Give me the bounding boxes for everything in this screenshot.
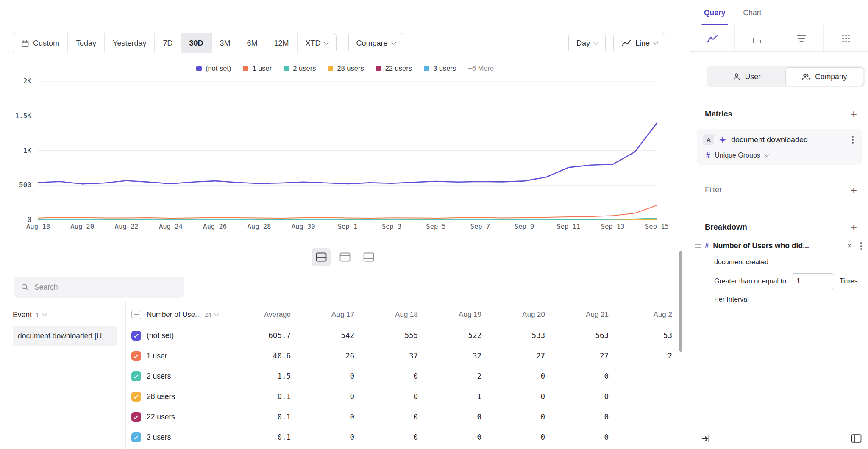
table-row-label[interactable]: 28 users [131, 386, 237, 407]
metric-card[interactable]: A document downloaded # Unique Groups [697, 129, 862, 165]
legend-swatch [243, 66, 248, 71]
event-column-count: 1 [36, 311, 39, 319]
kebab-menu-icon[interactable] [852, 139, 854, 141]
date-header: Aug 20 [487, 304, 551, 325]
series-name: 28 users [147, 392, 175, 401]
table-row-label[interactable]: 2 users [131, 366, 237, 386]
chart-type-bar-tab[interactable] [734, 25, 779, 51]
select-all-checkbox[interactable] [131, 310, 141, 319]
range-30d[interactable]: 30D [181, 33, 211, 53]
search-input[interactable] [34, 283, 178, 292]
line-chart[interactable]: 05001K1.5K2KAug 18Aug 20Aug 22Aug 24Aug … [8, 72, 670, 235]
chart-type-more-tab[interactable] [823, 25, 868, 51]
query-panel: Query Chart User Company [690, 0, 868, 449]
chart-type-button[interactable]: Line [613, 33, 665, 53]
add-filter-button[interactable]: + [851, 186, 857, 194]
legend-item[interactable]: 22 users [376, 64, 412, 72]
table-row-label[interactable]: 22 users [131, 407, 237, 427]
series-checkbox[interactable] [131, 331, 141, 341]
breakdown-event-name[interactable]: document created [714, 258, 865, 266]
svg-text:Aug 20: Aug 20 [70, 223, 94, 230]
table-row-label[interactable]: (not set) [131, 325, 237, 346]
series-column-header[interactable]: Number of Use...24 [131, 304, 237, 325]
cell-value: 555 [360, 325, 424, 346]
panel-tabs: Query Chart [690, 0, 868, 25]
chart-type-funnel-tab[interactable] [779, 25, 823, 51]
range-custom[interactable]: Custom [13, 33, 68, 53]
range-12m[interactable]: 12M [266, 33, 298, 53]
series-checkbox[interactable] [131, 432, 141, 442]
compare-button[interactable]: Compare [348, 33, 403, 53]
granularity-button[interactable]: Day [568, 33, 606, 53]
legend-item[interactable]: 2 users [284, 64, 316, 72]
drag-handle-icon[interactable] [695, 244, 701, 248]
table-row-label[interactable]: 3 users [131, 427, 237, 447]
tab-query[interactable]: Query [700, 0, 730, 25]
event-column-header[interactable]: Event 1 [13, 304, 46, 325]
range-7d[interactable]: 7D [155, 33, 181, 53]
series-checkbox[interactable] [131, 392, 141, 402]
layout-table-button[interactable] [359, 248, 378, 266]
svg-text:1K: 1K [23, 147, 32, 155]
table-row-label[interactable]: 1 user [131, 346, 237, 366]
per-interval-label[interactable]: Per Interval [714, 296, 865, 303]
add-breakdown-button[interactable]: + [851, 223, 857, 231]
toggle-user[interactable]: User [708, 67, 785, 86]
svg-text:500: 500 [19, 181, 31, 189]
layout-toggle-group [305, 248, 385, 266]
add-metric-button[interactable]: + [851, 110, 857, 118]
check-icon [134, 434, 139, 439]
close-icon[interactable]: × [847, 241, 852, 251]
vertical-scrollbar[interactable] [679, 251, 682, 352]
user-icon [732, 72, 741, 81]
tab-query-label: Query [704, 8, 726, 17]
column-divider [125, 302, 126, 449]
cell-value: 2 [615, 346, 678, 366]
range-label: Today [76, 39, 96, 48]
series-checkbox[interactable] [131, 371, 141, 381]
legend-item[interactable]: 28 users [328, 64, 364, 72]
svg-text:Aug 30: Aug 30 [292, 223, 315, 230]
event-cell[interactable]: document downloaded [U... [13, 326, 117, 346]
users-icon [801, 72, 811, 81]
legend-swatch [284, 66, 289, 71]
kebab-menu-icon[interactable] [860, 245, 862, 247]
legend-item[interactable]: 3 users [424, 64, 456, 72]
range-6m[interactable]: 6M [239, 33, 266, 53]
times-input[interactable] [792, 273, 834, 289]
breakdown-title[interactable]: Number of Users who did... [713, 241, 843, 250]
collapse-panel-button[interactable] [701, 435, 711, 445]
layout-chart-button[interactable] [336, 248, 354, 266]
cell-value: 0 [551, 366, 615, 386]
cell-value: 0 [297, 427, 360, 447]
series-checkbox[interactable] [131, 412, 141, 422]
legend-item[interactable]: 1 user [243, 64, 272, 72]
metric-event-name[interactable]: document downloaded [731, 136, 845, 144]
tab-chart[interactable]: Chart [739, 0, 766, 25]
chart-type-line-tab[interactable] [690, 25, 734, 51]
cell-value: 0 [551, 427, 615, 447]
range-3m[interactable]: 3M [212, 33, 239, 53]
series-name: 2 users [147, 372, 171, 381]
metric-row: A document downloaded [703, 134, 856, 145]
legend-label: (not set) [206, 64, 231, 72]
toggle-sidebar-button[interactable] [849, 432, 863, 445]
range-today[interactable]: Today [68, 33, 105, 53]
legend-more-link[interactable]: +6 More [468, 64, 494, 72]
cell-value [615, 427, 678, 447]
group-toggle: User Company [707, 66, 865, 87]
measurement-selector[interactable]: # Unique Groups [706, 151, 856, 159]
range-yesterday[interactable]: Yesterday [105, 33, 155, 53]
legend-item[interactable]: (not set) [196, 64, 231, 72]
search-bar [14, 277, 184, 298]
chevron-down-icon [593, 40, 598, 44]
range-label: Yesterday [113, 39, 146, 48]
cell-value: 0 [424, 427, 487, 447]
toggle-company[interactable]: Company [785, 67, 864, 86]
series-checkbox[interactable] [131, 351, 141, 361]
series-name: (not set) [147, 331, 174, 340]
range-xtd[interactable]: XTD [298, 33, 336, 53]
layout-split-button[interactable] [312, 248, 331, 266]
cell-value: 27 [487, 346, 551, 366]
series-column-count: 24 [205, 311, 212, 318]
